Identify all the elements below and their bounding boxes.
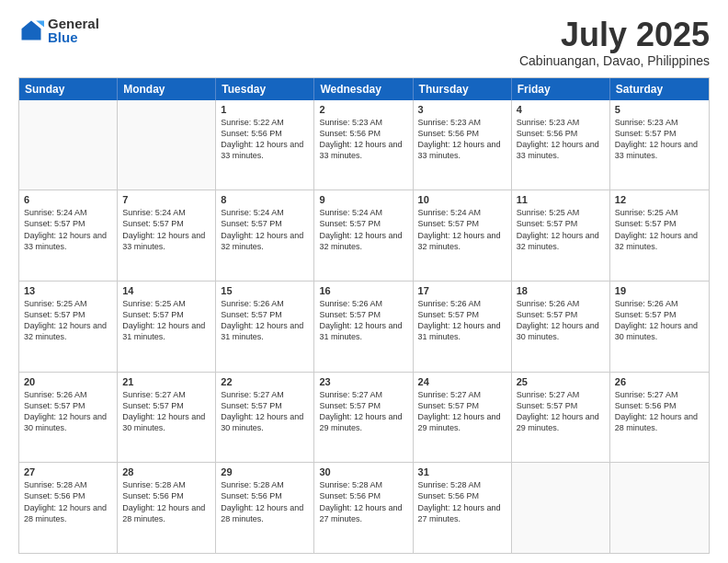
calendar-cell: 4Sunrise: 5:23 AM Sunset: 5:56 PM Daylig… xyxy=(512,100,610,190)
calendar-cell: 26Sunrise: 5:27 AM Sunset: 5:56 PM Dayli… xyxy=(610,373,709,463)
calendar-cell xyxy=(610,463,709,553)
day-number: 12 xyxy=(615,194,704,205)
weekday-header: Sunday xyxy=(19,78,118,100)
weekday-header: Wednesday xyxy=(314,78,413,100)
day-number: 3 xyxy=(418,104,506,115)
calendar-cell: 1Sunrise: 5:22 AM Sunset: 5:56 PM Daylig… xyxy=(216,100,314,190)
calendar-row: 20Sunrise: 5:26 AM Sunset: 5:57 PM Dayli… xyxy=(19,372,709,463)
calendar-cell: 8Sunrise: 5:24 AM Sunset: 5:57 PM Daylig… xyxy=(216,190,314,281)
calendar-cell xyxy=(512,463,610,553)
weekday-header: Tuesday xyxy=(216,78,314,100)
day-info: Sunrise: 5:24 AM Sunset: 5:57 PM Dayligh… xyxy=(24,207,112,252)
day-number: 7 xyxy=(122,194,210,205)
day-number: 10 xyxy=(418,194,506,205)
calendar-cell: 12Sunrise: 5:25 AM Sunset: 5:57 PM Dayli… xyxy=(610,190,709,281)
logo-general: General xyxy=(48,17,99,30)
calendar-cell: 23Sunrise: 5:27 AM Sunset: 5:57 PM Dayli… xyxy=(314,373,413,463)
calendar-cell: 21Sunrise: 5:27 AM Sunset: 5:57 PM Dayli… xyxy=(118,373,216,463)
weekday-header: Monday xyxy=(118,78,216,100)
day-info: Sunrise: 5:28 AM Sunset: 5:56 PM Dayligh… xyxy=(221,479,309,524)
month-title: July 2025 xyxy=(519,17,710,53)
calendar-cell: 3Sunrise: 5:23 AM Sunset: 5:56 PM Daylig… xyxy=(414,100,512,190)
calendar-cell: 18Sunrise: 5:26 AM Sunset: 5:57 PM Dayli… xyxy=(512,282,610,372)
day-info: Sunrise: 5:24 AM Sunset: 5:57 PM Dayligh… xyxy=(319,207,407,252)
day-info: Sunrise: 5:26 AM Sunset: 5:57 PM Dayligh… xyxy=(615,298,704,343)
day-number: 14 xyxy=(122,285,210,296)
page: General Blue July 2025 Cabinuangan, Dava… xyxy=(0,0,728,563)
calendar-cell: 7Sunrise: 5:24 AM Sunset: 5:57 PM Daylig… xyxy=(118,190,216,281)
calendar-cell: 6Sunrise: 5:24 AM Sunset: 5:57 PM Daylig… xyxy=(19,190,118,281)
day-info: Sunrise: 5:25 AM Sunset: 5:57 PM Dayligh… xyxy=(122,298,210,343)
day-info: Sunrise: 5:26 AM Sunset: 5:57 PM Dayligh… xyxy=(517,298,605,343)
day-info: Sunrise: 5:23 AM Sunset: 5:56 PM Dayligh… xyxy=(418,117,506,162)
calendar-cell: 30Sunrise: 5:28 AM Sunset: 5:56 PM Dayli… xyxy=(314,463,413,553)
calendar-cell: 31Sunrise: 5:28 AM Sunset: 5:56 PM Dayli… xyxy=(414,463,512,553)
calendar-cell: 28Sunrise: 5:28 AM Sunset: 5:56 PM Dayli… xyxy=(118,463,216,553)
calendar-body: 1Sunrise: 5:22 AM Sunset: 5:56 PM Daylig… xyxy=(19,100,709,553)
calendar-cell: 13Sunrise: 5:25 AM Sunset: 5:57 PM Dayli… xyxy=(19,282,118,372)
calendar-cell: 14Sunrise: 5:25 AM Sunset: 5:57 PM Dayli… xyxy=(118,282,216,372)
day-number: 4 xyxy=(517,104,605,115)
day-info: Sunrise: 5:24 AM Sunset: 5:57 PM Dayligh… xyxy=(221,207,309,252)
day-number: 25 xyxy=(517,376,605,387)
calendar-row: 6Sunrise: 5:24 AM Sunset: 5:57 PM Daylig… xyxy=(19,190,709,281)
calendar: SundayMondayTuesdayWednesdayThursdayFrid… xyxy=(18,77,710,554)
calendar-cell xyxy=(118,100,216,190)
day-info: Sunrise: 5:26 AM Sunset: 5:57 PM Dayligh… xyxy=(319,298,407,343)
day-info: Sunrise: 5:24 AM Sunset: 5:57 PM Dayligh… xyxy=(122,207,210,252)
calendar-cell: 19Sunrise: 5:26 AM Sunset: 5:57 PM Dayli… xyxy=(610,282,709,372)
title-area: July 2025 Cabinuangan, Davao, Philippine… xyxy=(519,17,710,68)
day-number: 23 xyxy=(319,376,407,387)
logo-icon xyxy=(18,17,44,43)
day-number: 5 xyxy=(615,104,704,115)
day-number: 21 xyxy=(122,376,210,387)
day-number: 24 xyxy=(418,376,506,387)
calendar-row: 1Sunrise: 5:22 AM Sunset: 5:56 PM Daylig… xyxy=(19,100,709,190)
day-number: 9 xyxy=(319,194,407,205)
day-info: Sunrise: 5:28 AM Sunset: 5:56 PM Dayligh… xyxy=(418,479,506,524)
location: Cabinuangan, Davao, Philippines xyxy=(519,53,710,68)
day-number: 28 xyxy=(122,466,210,477)
calendar-cell: 16Sunrise: 5:26 AM Sunset: 5:57 PM Dayli… xyxy=(314,282,413,372)
weekday-header: Saturday xyxy=(610,78,709,100)
day-info: Sunrise: 5:23 AM Sunset: 5:57 PM Dayligh… xyxy=(615,117,704,162)
weekday-header: Thursday xyxy=(414,78,512,100)
logo-blue: Blue xyxy=(48,30,99,44)
day-info: Sunrise: 5:26 AM Sunset: 5:57 PM Dayligh… xyxy=(221,298,309,343)
day-number: 27 xyxy=(24,466,112,477)
day-info: Sunrise: 5:23 AM Sunset: 5:56 PM Dayligh… xyxy=(517,117,605,162)
day-number: 6 xyxy=(24,194,112,205)
day-number: 31 xyxy=(418,466,506,477)
day-info: Sunrise: 5:24 AM Sunset: 5:57 PM Dayligh… xyxy=(418,207,506,252)
day-info: Sunrise: 5:26 AM Sunset: 5:57 PM Dayligh… xyxy=(418,298,506,343)
logo: General Blue xyxy=(18,17,99,44)
day-number: 17 xyxy=(418,285,506,296)
day-info: Sunrise: 5:27 AM Sunset: 5:57 PM Dayligh… xyxy=(122,389,210,434)
calendar-cell: 9Sunrise: 5:24 AM Sunset: 5:57 PM Daylig… xyxy=(314,190,413,281)
day-number: 11 xyxy=(517,194,605,205)
day-number: 19 xyxy=(615,285,704,296)
logo-text: General Blue xyxy=(48,17,99,44)
day-number: 26 xyxy=(615,376,704,387)
header: General Blue July 2025 Cabinuangan, Dava… xyxy=(18,17,710,68)
day-info: Sunrise: 5:27 AM Sunset: 5:57 PM Dayligh… xyxy=(319,389,407,434)
day-info: Sunrise: 5:28 AM Sunset: 5:56 PM Dayligh… xyxy=(24,479,112,524)
day-number: 22 xyxy=(221,376,309,387)
calendar-cell: 29Sunrise: 5:28 AM Sunset: 5:56 PM Dayli… xyxy=(216,463,314,553)
calendar-header: SundayMondayTuesdayWednesdayThursdayFrid… xyxy=(19,78,709,100)
calendar-row: 13Sunrise: 5:25 AM Sunset: 5:57 PM Dayli… xyxy=(19,281,709,372)
day-number: 16 xyxy=(319,285,407,296)
calendar-cell: 2Sunrise: 5:23 AM Sunset: 5:56 PM Daylig… xyxy=(314,100,413,190)
calendar-cell: 22Sunrise: 5:27 AM Sunset: 5:57 PM Dayli… xyxy=(216,373,314,463)
day-number: 18 xyxy=(517,285,605,296)
day-info: Sunrise: 5:27 AM Sunset: 5:56 PM Dayligh… xyxy=(615,389,704,434)
day-number: 29 xyxy=(221,466,309,477)
day-number: 20 xyxy=(24,376,112,387)
day-info: Sunrise: 5:27 AM Sunset: 5:57 PM Dayligh… xyxy=(418,389,506,434)
svg-marker-0 xyxy=(22,21,41,40)
day-number: 15 xyxy=(221,285,309,296)
day-info: Sunrise: 5:26 AM Sunset: 5:57 PM Dayligh… xyxy=(24,389,112,434)
weekday-header: Friday xyxy=(512,78,610,100)
calendar-row: 27Sunrise: 5:28 AM Sunset: 5:56 PM Dayli… xyxy=(19,462,709,553)
calendar-cell: 17Sunrise: 5:26 AM Sunset: 5:57 PM Dayli… xyxy=(414,282,512,372)
